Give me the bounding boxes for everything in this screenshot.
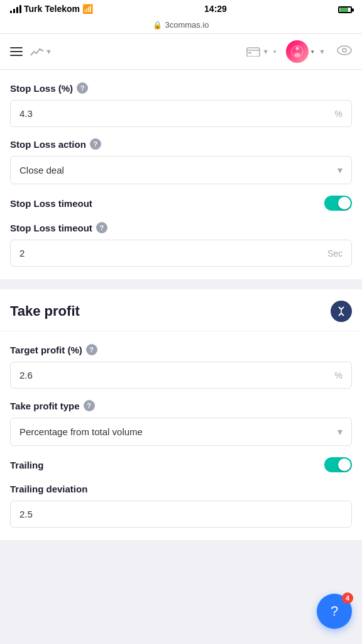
avatar-pattern	[291, 45, 304, 58]
lock-icon: 🔒	[153, 21, 162, 30]
status-right	[338, 4, 352, 14]
hamburger-line-1	[10, 47, 23, 48]
trailing-deviation-input[interactable]	[19, 509, 343, 519]
status-time: 14:29	[204, 4, 227, 14]
take-profit-type-value: Percentage from total volume	[19, 426, 143, 437]
stop-loss-action-group: Stop Loss action ? Close deal ▾	[10, 138, 352, 184]
eye-svg	[337, 45, 352, 55]
svg-point-7	[343, 48, 346, 52]
signal-bar-1	[10, 11, 12, 13]
take-profit-header: Take profit	[0, 289, 362, 331]
stop-loss-percent-input[interactable]	[19, 108, 330, 119]
stop-loss-timeout-toggle-label: Stop Loss timeout	[10, 198, 92, 209]
take-profit-type-text: Take profit type	[10, 401, 80, 411]
svg-point-4	[296, 47, 299, 50]
status-left: Turk Telekom 📶	[10, 4, 93, 14]
stop-loss-action-help[interactable]: ?	[90, 138, 101, 150]
stop-loss-action-label: Stop Loss action ?	[10, 138, 352, 150]
trailing-toggle-row: Trailing	[10, 457, 352, 472]
stop-loss-timeout-help[interactable]: ?	[96, 222, 107, 233]
stop-loss-percent-label: Stop Loss (%) ?	[10, 82, 352, 94]
fab-badge: 4	[342, 592, 353, 604]
top-nav: ▼ ▼ ▼	[0, 34, 362, 70]
hamburger-line-3	[10, 55, 23, 56]
stop-loss-timeout-toggle[interactable]	[324, 196, 352, 211]
svg-point-5	[294, 53, 300, 57]
take-profit-icon[interactable]	[331, 301, 352, 322]
nav-left: ▼	[10, 47, 52, 57]
card-chevron: ▼	[262, 48, 269, 55]
stop-loss-timeout-text: Stop Loss timeout	[10, 223, 92, 233]
avatar[interactable]	[286, 40, 309, 63]
trailing-toggle-group: Trailing	[10, 457, 352, 472]
target-profit-help[interactable]: ?	[86, 344, 97, 355]
stop-loss-action-chevron: ▾	[337, 164, 343, 176]
status-bar: Turk Telekom 📶 14:29	[0, 0, 362, 18]
eye-icon-button[interactable]	[337, 45, 352, 58]
target-profit-text: Target profit (%)	[10, 345, 82, 355]
stop-loss-action-text: Stop Loss action	[10, 139, 86, 150]
carrier-name: Turk Telekom	[24, 4, 80, 14]
target-profit-label: Target profit (%) ?	[10, 344, 352, 355]
battery-icon	[338, 4, 352, 14]
signal-bar-2	[13, 9, 15, 13]
fab-button[interactable]: ? 4	[317, 594, 352, 629]
hamburger-line-2	[10, 51, 23, 52]
stop-loss-timeout-suffix: Sec	[327, 248, 343, 258]
stop-loss-timeout-toggle-row: Stop Loss timeout	[10, 196, 352, 211]
avatar-chevron: ▼	[319, 48, 326, 55]
svg-rect-2	[248, 52, 251, 53]
main-content: Stop Loss (%) ? % Stop Loss action ? Clo…	[0, 70, 362, 540]
take-profit-title: Take profit	[10, 303, 80, 319]
take-profit-type-select[interactable]: Percentage from total volume ▾	[10, 418, 352, 446]
stop-loss-timeout-label: Stop Loss timeout ?	[10, 222, 352, 233]
trailing-deviation-text: Trailing deviation	[10, 484, 87, 494]
chart-icon[interactable]: ▼	[30, 47, 52, 57]
stop-loss-section: Stop Loss (%) ? % Stop Loss action ? Clo…	[0, 70, 362, 279]
stop-loss-percent-group: Stop Loss (%) ? %	[10, 82, 352, 127]
url-bar: 🔒 3commas.io	[0, 18, 362, 34]
stop-loss-timeout-input-wrapper: Sec	[10, 240, 352, 267]
signal-bar-3	[16, 7, 18, 13]
stop-loss-percent-help[interactable]: ?	[77, 82, 88, 94]
chart-svg	[30, 47, 44, 57]
nav-right: ▼ ▼	[246, 40, 352, 63]
stop-loss-timeout-toggle-group: Stop Loss timeout	[10, 196, 352, 211]
stop-loss-percent-text: Stop Loss (%)	[10, 83, 73, 94]
target-profit-suffix: %	[335, 370, 343, 380]
battery-indicator	[338, 6, 352, 13]
signal-bar-4	[19, 5, 21, 13]
trailing-deviation-label: Trailing deviation	[10, 484, 352, 494]
stop-loss-action-value: Close deal	[19, 165, 64, 175]
take-profit-type-help[interactable]: ?	[84, 400, 95, 411]
stop-loss-timeout-group: Stop Loss timeout ? Sec	[10, 222, 352, 267]
stop-loss-action-select[interactable]: Close deal ▾	[10, 156, 352, 184]
target-profit-input[interactable]	[19, 370, 330, 380]
take-profit-type-chevron: ▾	[337, 426, 343, 438]
target-profit-group: Target profit (%) ? %	[10, 344, 352, 389]
stop-loss-percent-suffix: %	[335, 109, 343, 119]
stop-loss-percent-input-wrapper: %	[10, 100, 352, 127]
tp-arrows-svg	[336, 306, 346, 316]
wifi-icon: 📶	[82, 4, 93, 14]
card-svg	[246, 47, 260, 57]
card-icon-button[interactable]: ▼	[246, 47, 277, 57]
trailing-deviation-group: Trailing deviation	[10, 484, 352, 528]
take-profit-type-label: Take profit type ?	[10, 400, 352, 411]
trailing-toggle[interactable]	[324, 457, 352, 472]
fab-icon: ?	[331, 603, 338, 619]
signal-bars	[10, 5, 21, 13]
hamburger-menu[interactable]	[10, 47, 23, 56]
svg-point-6	[337, 46, 351, 55]
trailing-deviation-input-wrapper	[10, 501, 352, 528]
battery-fill	[340, 8, 348, 12]
target-profit-input-wrapper: %	[10, 362, 352, 389]
take-profit-section: Target profit (%) ? % Take profit type ?…	[0, 331, 362, 540]
section-divider	[0, 284, 362, 289]
domain-text: 3commas.io	[165, 20, 209, 30]
stop-loss-timeout-input[interactable]	[19, 248, 322, 258]
trailing-toggle-label: Trailing	[10, 460, 43, 470]
chart-dropdown-arrow: ▼	[45, 48, 52, 55]
take-profit-type-group: Take profit type ? Percentage from total…	[10, 400, 352, 446]
